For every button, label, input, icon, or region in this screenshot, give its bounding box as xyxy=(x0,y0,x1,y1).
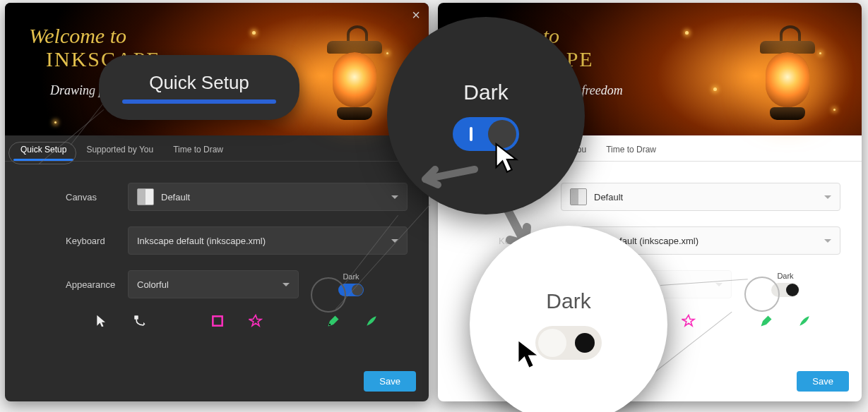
callout-source-outline xyxy=(744,277,780,312)
checker-icon xyxy=(570,188,587,205)
save-button[interactable]: Save xyxy=(797,371,849,392)
appearance-label: Appearance xyxy=(66,279,128,290)
chevron-down-icon xyxy=(391,195,398,199)
callout-dark-on: Dark xyxy=(387,17,585,214)
cursor-icon xyxy=(492,143,523,174)
tab-time-to-draw[interactable]: Time to Draw xyxy=(596,139,666,161)
pen-icon[interactable] xyxy=(326,314,340,328)
lantern-image xyxy=(321,25,388,131)
save-button[interactable]: Save xyxy=(364,371,416,392)
tab-supported[interactable]: Supported by You xyxy=(76,139,163,161)
node-icon[interactable] xyxy=(133,314,147,328)
svg-rect-0 xyxy=(135,316,138,320)
svg-rect-1 xyxy=(213,316,222,325)
keyboard-select[interactable]: Inkscape default (inkscape.xml) xyxy=(128,226,408,255)
chevron-down-icon xyxy=(824,195,831,199)
chevron-down-icon xyxy=(715,283,723,286)
keyboard-label: Keyboard xyxy=(66,236,128,246)
callout-label: Dark xyxy=(463,80,508,104)
callout-quick-setup: Quick Setup xyxy=(99,55,299,120)
canvas-select[interactable]: Default xyxy=(128,183,408,211)
chevron-down-icon xyxy=(824,239,831,243)
dark-toggle-zoom[interactable] xyxy=(535,326,602,360)
tab-time-to-draw[interactable]: Time to Draw xyxy=(163,139,233,161)
chevron-down-icon xyxy=(283,283,290,286)
canvas-select[interactable]: Default xyxy=(561,183,840,211)
arrow-icon xyxy=(411,155,482,190)
pointer-icon[interactable] xyxy=(95,314,109,328)
calligraphy-icon[interactable] xyxy=(364,314,379,328)
pen-icon[interactable] xyxy=(759,314,773,328)
square-icon[interactable] xyxy=(210,314,225,328)
dark-toggle-label: Dark xyxy=(777,272,793,280)
star-icon[interactable] xyxy=(682,314,696,328)
callout-label: Dark xyxy=(546,289,590,313)
appearance-select[interactable]: Colorful xyxy=(128,270,299,298)
star-icon[interactable] xyxy=(249,314,263,328)
tool-iconbar xyxy=(66,314,408,328)
svg-point-2 xyxy=(329,324,331,326)
calligraphy-icon[interactable] xyxy=(797,314,811,328)
checker-icon xyxy=(137,188,154,205)
lantern-image xyxy=(754,25,821,131)
close-icon[interactable]: × xyxy=(412,7,420,23)
callout-dark-off: Dark xyxy=(470,226,667,412)
quick-setup-form: Canvas Default Keyboard Inkscape default… xyxy=(5,162,429,335)
callout-source-outline xyxy=(311,277,346,313)
canvas-label: Canvas xyxy=(66,192,128,202)
cursor-icon xyxy=(513,339,545,370)
